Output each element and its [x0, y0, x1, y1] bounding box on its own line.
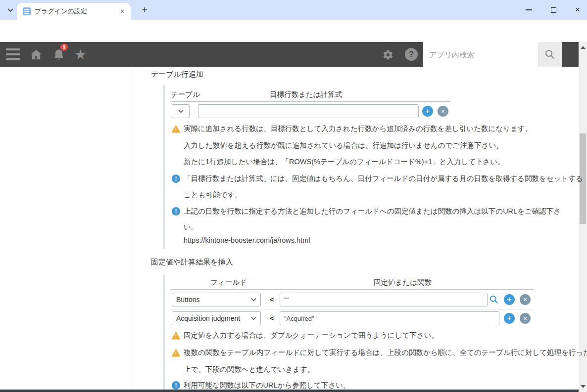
field-select-value: Buttons [176, 296, 251, 304]
warning-text: 実際に追加される行数は、目標行数として入力された行数から追加済みの行数を差し引い… [184, 124, 532, 133]
field-select[interactable]: Acquisition judgment [172, 311, 261, 325]
browser-toolbar: pandafirm.cybozu.com/k/admin/app/1838/pl… [0, 20, 587, 42]
section-title-table-row-add: テーブル行追加 [151, 70, 203, 79]
table-header-row: フィールド 固定値または関数 [171, 277, 534, 290]
window-minimize-button[interactable] [519, 0, 538, 20]
chevron-down-icon [251, 298, 256, 302]
info-text: い。 [184, 222, 198, 232]
warning-text: 入力した数値を超える行数が既に追加されている場合は、行追加は行いませんのでご注意… [184, 141, 503, 150]
info-icon: ! [172, 174, 180, 183]
kintone-favicon-icon [23, 7, 31, 15]
field-select-value: Acquisition judgment [176, 314, 251, 322]
search-icon [544, 48, 556, 60]
warning-text: 固定値を入力する場合は、ダブルクォーテーションで囲うようにして下さい。 [184, 331, 439, 340]
remove-row-button[interactable]: × [520, 294, 531, 305]
fixed-value-input[interactable] [280, 293, 488, 306]
warning-text: 新たに1行追加したい場合は、「ROWS(%テーブルのフィールドコード%)+1」と… [184, 157, 505, 167]
table-header-row: テーブル 目標行数または計算式 [171, 89, 450, 102]
info-text: ことも可能です。 [184, 190, 242, 200]
section-title-insert-values: 固定値や計算結果を挿入 [151, 258, 233, 267]
chevron-down-icon [7, 8, 13, 12]
warning-text: 上で、下段の関数へと進んでいきます。 [184, 365, 314, 374]
browser-window: プラグインの設定 × + × pandafirm.cybozu.com/k/ad… [0, 0, 587, 392]
chevron-down-icon [251, 317, 256, 320]
gear-icon [381, 48, 394, 61]
tab-search-button[interactable] [4, 4, 17, 17]
notification-badge: 9 [60, 44, 68, 51]
panel-divider [132, 67, 132, 390]
app-home-icon [29, 48, 43, 62]
hamburger-icon [6, 48, 20, 50]
app-search-input[interactable] [423, 42, 538, 67]
footer-bar [0, 390, 579, 392]
svg-text:!: ! [175, 351, 177, 356]
add-row-button[interactable]: + [504, 294, 515, 305]
settings-button[interactable] [380, 47, 395, 62]
new-tab-button[interactable]: + [139, 4, 150, 16]
tab-close-icon[interactable]: × [118, 7, 127, 16]
reference-url[interactable]: https://kintone-booster.com/ja/rows.html [184, 236, 310, 244]
chevron-down-icon [178, 110, 184, 113]
left-panel [0, 67, 132, 390]
minimize-icon [526, 9, 532, 10]
maximize-icon [551, 7, 556, 13]
column-label-fixed-value: 固定値または関数 [374, 278, 432, 287]
info-text: 上記の日数を行数に指定する方法と追加した行のフィールドへの固定値または関数の挿入… [184, 207, 561, 216]
app-search-button[interactable] [538, 42, 562, 67]
assign-operator: < [270, 295, 274, 304]
svg-text:!: ! [175, 127, 177, 132]
app-home-button[interactable] [29, 47, 44, 62]
column-label-field: フィールド [210, 278, 247, 287]
info-icon: ! [172, 207, 180, 216]
group-bar [163, 275, 165, 390]
info-icon: ! [172, 381, 180, 390]
warning-icon: ! [171, 348, 181, 357]
browser-tab[interactable]: プラグインの設定 × [17, 3, 131, 20]
help-button[interactable]: ? [405, 48, 418, 61]
info-text: 利用可能な関数は以下のURLから参照して下さい。 [184, 381, 350, 390]
lookup-search-button[interactable] [489, 295, 499, 305]
scrollbar-down-arrow[interactable] [581, 385, 586, 388]
info-text: 「目標行数または計算式」には、固定値はもちろん、日付フィールドの日付が属する月の… [184, 174, 583, 183]
column-label-table: テーブル [171, 90, 200, 99]
fixed-value-input[interactable] [280, 311, 499, 325]
field-select[interactable]: Buttons [172, 293, 261, 306]
window-close-button[interactable]: × [568, 0, 587, 20]
warning-icon: ! [171, 331, 181, 340]
scrollbar-up-arrow[interactable] [581, 46, 586, 49]
tab-title: プラグインの設定 [35, 7, 118, 16]
app-menu-button[interactable] [6, 48, 20, 60]
search-icon [489, 295, 499, 305]
group-bar [163, 85, 165, 249]
table-select[interactable] [172, 104, 190, 118]
row-separator [171, 309, 534, 309]
tab-strip: プラグインの設定 × + × [0, 0, 587, 20]
svg-text:!: ! [175, 334, 177, 339]
warning-text: 複数の関数をテーブル内フィールドに対して実行する場合は、上段の関数から順に、全て… [184, 348, 587, 357]
add-row-button[interactable]: + [422, 106, 433, 117]
window-maximize-button[interactable] [543, 0, 563, 20]
assign-operator: < [270, 314, 274, 322]
warning-icon: ! [171, 125, 181, 133]
column-label-target-rows: 目標行数または計算式 [270, 90, 342, 99]
add-row-button[interactable]: + [504, 313, 515, 324]
remove-row-button[interactable]: × [438, 106, 448, 117]
favorites-button[interactable]: ★ [74, 46, 87, 63]
remove-row-button[interactable]: × [520, 313, 531, 324]
target-rows-input[interactable] [198, 104, 419, 118]
